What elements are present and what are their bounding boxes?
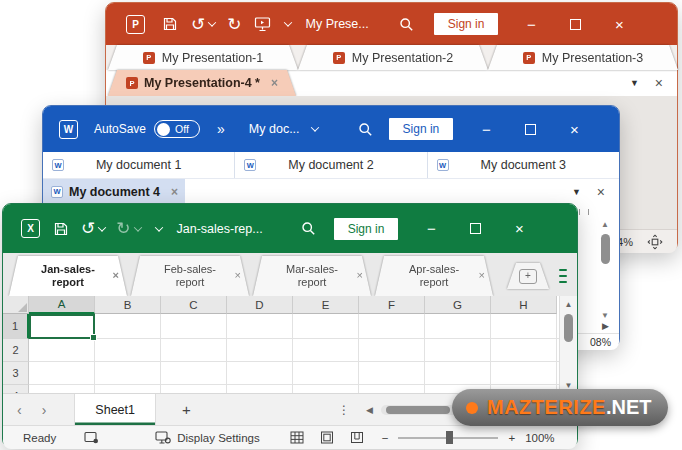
scroll-up-icon[interactable]: ▲ xyxy=(565,300,573,309)
row-cells[interactable] xyxy=(29,314,559,339)
row-header[interactable]: 1 xyxy=(3,314,29,339)
sign-in-button[interactable]: Sign in xyxy=(334,218,399,240)
close-tab-icon[interactable]: × xyxy=(479,269,485,282)
qat-overflow-icon[interactable]: » xyxy=(217,121,225,137)
column-header[interactable]: H xyxy=(491,296,557,314)
minimize-button[interactable]: − xyxy=(420,220,442,237)
zoom-slider[interactable] xyxy=(398,437,498,439)
customize-qat-icon[interactable] xyxy=(283,18,291,26)
zoom-out-button[interactable]: − xyxy=(382,432,389,444)
column-header[interactable]: F xyxy=(359,296,425,314)
column-header[interactable]: D xyxy=(227,296,293,314)
search-button[interactable] xyxy=(301,221,316,236)
document-tab[interactable]: P My Presentation-2 xyxy=(298,45,488,70)
document-tab[interactable]: W My document 1 xyxy=(43,152,235,178)
close-tab-icon[interactable]: × xyxy=(171,185,178,199)
maximize-button[interactable] xyxy=(464,223,486,234)
row-header[interactable]: 3 xyxy=(3,362,29,385)
active-cell-selection[interactable] xyxy=(29,314,95,339)
row-header[interactable]: 2 xyxy=(3,339,29,362)
zoom-level[interactable]: 100% xyxy=(525,432,554,444)
close-button[interactable]: × xyxy=(508,220,530,237)
title-dropdown-icon[interactable] xyxy=(310,123,318,131)
close-button[interactable]: × xyxy=(563,121,585,138)
column-header[interactable]: B xyxy=(95,296,161,314)
scrollbar-thumb[interactable] xyxy=(564,314,573,342)
search-button[interactable] xyxy=(358,122,373,137)
next-sheet-icon[interactable]: › xyxy=(42,402,47,418)
document-tab[interactable]: P My Presentation-1 xyxy=(108,45,298,70)
close-tab-icon[interactable]: × xyxy=(113,269,119,282)
tab-label-line2: report xyxy=(298,276,327,289)
display-settings-button[interactable]: Display Settings xyxy=(155,431,259,444)
workbook-tab[interactable]: Jan-sales- report × xyxy=(9,256,127,296)
undo-dropdown-icon[interactable] xyxy=(208,18,216,26)
zoom-slider-thumb[interactable] xyxy=(446,431,453,444)
document-tab[interactable]: W My document 2 xyxy=(235,152,427,178)
scrollbar-thumb[interactable] xyxy=(386,406,450,414)
column-header[interactable]: A xyxy=(29,296,95,314)
sign-in-button[interactable]: Sign in xyxy=(389,118,454,140)
scroll-left-icon[interactable]: ◀ xyxy=(366,405,373,415)
menu-hamburger-icon[interactable] xyxy=(559,269,567,284)
scroll-down-icon[interactable]: ▼ xyxy=(601,311,609,320)
macro-record-button[interactable] xyxy=(84,431,99,444)
minimize-button[interactable]: − xyxy=(520,16,542,33)
word-app-icon: W xyxy=(59,120,78,139)
normal-view-button[interactable] xyxy=(290,431,304,444)
active-document-tab[interactable]: P My Presentation-4 * × xyxy=(108,70,296,96)
redo-dropdown-icon[interactable] xyxy=(133,223,141,231)
close-tab-icon[interactable]: × xyxy=(271,76,278,90)
close-tab-icon[interactable]: × xyxy=(357,269,363,282)
tab-list-dropdown-icon[interactable]: ▼ xyxy=(630,78,639,88)
row-cells[interactable] xyxy=(29,339,559,362)
column-header[interactable]: E xyxy=(293,296,359,314)
previous-sheet-icon[interactable]: ‹ xyxy=(17,402,22,418)
close-tab-icon[interactable]: × xyxy=(235,269,241,282)
sheet-tab[interactable]: Sheet1 xyxy=(74,394,156,425)
tab-list-dropdown-icon[interactable]: ▼ xyxy=(572,187,581,197)
minimize-button[interactable]: − xyxy=(475,121,497,138)
close-tab-band-icon[interactable]: × xyxy=(655,75,663,91)
search-button[interactable] xyxy=(399,17,414,32)
kebab-menu-icon[interactable]: ⋮ xyxy=(338,403,350,417)
grid-area[interactable]: A B C D E F G H 1 2 3 xyxy=(3,296,559,393)
active-document-tab[interactable]: W My document 4 × xyxy=(43,179,185,204)
scrollbar-thumb[interactable] xyxy=(601,234,610,264)
autosave-toggle[interactable]: Off xyxy=(154,120,200,138)
select-all-corner[interactable] xyxy=(3,296,29,314)
maximize-button[interactable] xyxy=(519,124,541,135)
workbook-tab[interactable]: Apr-sales- report × xyxy=(375,256,493,296)
scroll-right-icon[interactable]: ▶ xyxy=(602,321,609,331)
page-layout-view-button[interactable] xyxy=(320,431,334,444)
row-cells[interactable] xyxy=(29,362,559,385)
workbook-tab[interactable]: Mar-sales- report × xyxy=(253,256,371,296)
vertical-scrollbar[interactable]: ▲ ▼ xyxy=(598,220,612,320)
undo-dropdown-icon[interactable] xyxy=(98,223,106,231)
workbook-tab[interactable]: Feb-sales- report × xyxy=(131,256,249,296)
scroll-up-icon[interactable]: ▲ xyxy=(601,220,609,229)
save-button[interactable] xyxy=(162,16,178,32)
page-break-view-button[interactable] xyxy=(350,431,364,444)
redo-button[interactable]: ↻ xyxy=(227,16,241,33)
redo-button[interactable]: ↻ xyxy=(116,220,130,237)
row-header[interactable]: 4 xyxy=(3,385,29,393)
undo-button[interactable]: ↺ xyxy=(191,16,205,33)
undo-button[interactable]: ↺ xyxy=(81,220,95,237)
vertical-scrollbar[interactable]: ▲ ▼ xyxy=(559,296,577,393)
fit-slide-button[interactable] xyxy=(647,234,663,250)
new-tab-button[interactable]: + xyxy=(507,263,549,289)
save-button[interactable] xyxy=(53,221,69,237)
maximize-button[interactable] xyxy=(564,19,586,30)
customize-qat-icon[interactable] xyxy=(154,223,162,231)
column-header[interactable]: C xyxy=(161,296,227,314)
start-slideshow-button[interactable] xyxy=(254,16,271,32)
sign-in-button[interactable]: Sign in xyxy=(434,13,499,35)
document-tab[interactable]: W My document 3 xyxy=(428,152,619,178)
column-header[interactable]: G xyxy=(425,296,491,314)
new-sheet-button[interactable]: + xyxy=(182,401,191,418)
document-tab[interactable]: P My Presentation-3 xyxy=(488,45,678,70)
close-tab-band-icon[interactable]: × xyxy=(597,184,605,200)
close-button[interactable]: × xyxy=(608,16,630,33)
zoom-in-button[interactable]: + xyxy=(508,432,515,444)
